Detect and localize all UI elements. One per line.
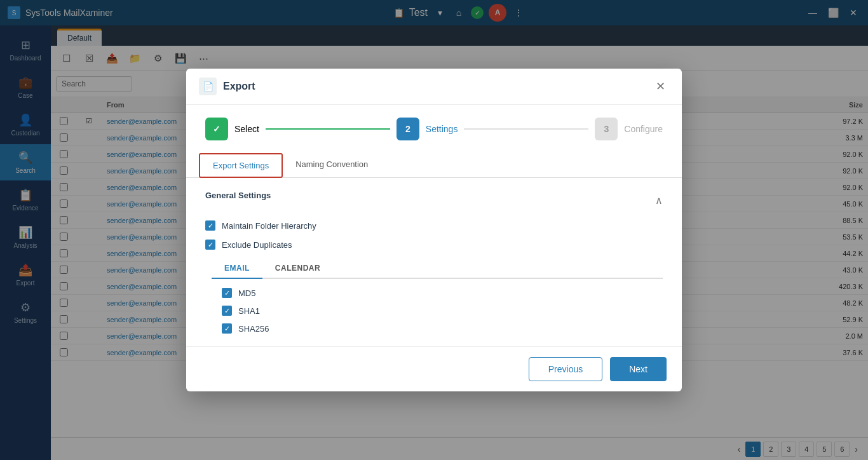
sha256-checkbox[interactable]: ✓: [222, 323, 232, 334]
sha1-label: SHA1: [238, 306, 260, 316]
sha256-label: SHA256: [238, 324, 269, 334]
md5-label: MD5: [238, 288, 255, 298]
step-line-1: [266, 128, 390, 130]
md5-checkbox[interactable]: ✓: [222, 288, 232, 298]
modal-body: General Settings ∧ ✓ Maintain Folder Hie…: [186, 178, 682, 346]
maintain-folder-label: Maintain Folder Hierarchy: [222, 221, 316, 231]
maintain-folder-checkbox[interactable]: ✓: [205, 220, 215, 231]
exclude-duplicates-row: ✓ Exclude Duplicates: [205, 240, 663, 250]
sub-tab-calendar[interactable]: CALENDAR: [262, 259, 333, 278]
step-3: 3 Configure: [595, 118, 663, 140]
step-1: ✓ Select: [205, 118, 259, 140]
step-1-label: Select: [234, 124, 259, 134]
maintain-folder-row: ✓ Maintain Folder Hierarchy: [205, 220, 663, 231]
step-3-circle: 3: [595, 118, 618, 140]
hash-options: ✓ MD5 ✓ SHA1 ✓ SHA256: [205, 288, 663, 334]
modal-header: 📄 Export ✕: [186, 69, 682, 105]
modal-overlay: 📄 Export ✕ ✓ Select 2 Settings 3 Configu…: [0, 0, 868, 460]
modal-footer: Previous Next: [186, 346, 682, 391]
sub-tabs: EMAIL CALENDAR: [212, 259, 663, 279]
sha1-checkbox[interactable]: ✓: [222, 306, 232, 316]
hash-row-md5: ✓ MD5: [222, 288, 663, 298]
step-line-2: [464, 128, 588, 130]
modal-title-icon: 📄: [199, 78, 217, 95]
step-2: 2 Settings: [397, 118, 458, 140]
modal-title: 📄 Export: [199, 78, 255, 95]
sub-tab-email[interactable]: EMAIL: [212, 259, 262, 279]
step-2-label: Settings: [426, 124, 458, 134]
tab-naming-convention[interactable]: Naming Convention: [283, 153, 381, 178]
general-settings-title: General Settings: [205, 191, 271, 200]
modal-title-text: Export: [223, 81, 255, 92]
exclude-duplicates-checkbox[interactable]: ✓: [205, 240, 215, 250]
collapse-btn[interactable]: ∧: [655, 194, 663, 206]
hash-row-sha256: ✓ SHA256: [222, 323, 663, 334]
step-1-circle: ✓: [205, 118, 228, 140]
export-modal: 📄 Export ✕ ✓ Select 2 Settings 3 Configu…: [186, 69, 682, 391]
step-3-label: Configure: [624, 124, 663, 134]
modal-close-btn[interactable]: ✕: [651, 78, 669, 95]
prev-button[interactable]: Previous: [529, 357, 602, 381]
stepper: ✓ Select 2 Settings 3 Configure: [186, 105, 682, 153]
next-button[interactable]: Next: [610, 357, 667, 381]
exclude-duplicates-label: Exclude Duplicates: [222, 240, 292, 250]
hash-row-sha1: ✓ SHA1: [222, 306, 663, 316]
step-2-circle: 2: [397, 118, 419, 140]
modal-tabs: Export Settings Naming Convention: [186, 153, 682, 178]
tab-export-settings[interactable]: Export Settings: [199, 153, 283, 178]
